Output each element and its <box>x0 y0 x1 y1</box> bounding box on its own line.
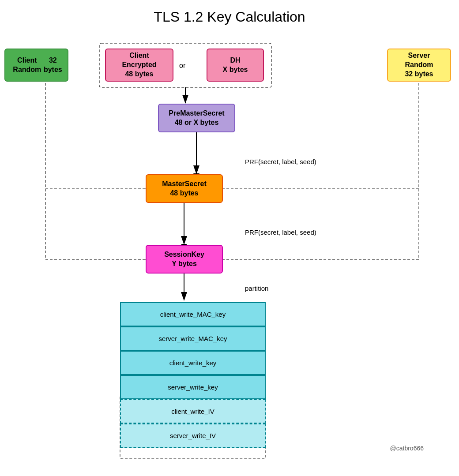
client-encrypted-node: Client Encrypted 48 bytes <box>105 49 173 82</box>
page-title: TLS 1.2 Key Calculation <box>154 9 305 25</box>
watermark: @catbro666 <box>390 445 424 452</box>
server-write-mac-key-block: server_write_MAC_key <box>120 326 266 351</box>
diagram-container: TLS 1.2 Key Calculation <box>0 0 459 476</box>
client-write-key-block: client_write_key <box>120 351 266 375</box>
partition-label: partition <box>245 285 268 292</box>
server-write-key-block: server_write_key <box>120 375 266 399</box>
client-random-node: Client Random 32 bytes <box>4 49 68 82</box>
or-label: or <box>179 62 185 70</box>
server-write-iv-block: server_write_IV <box>120 424 266 448</box>
premaster-secret-node: PreMasterSecret 48 or X bytes <box>158 104 235 132</box>
server-random-node: Server Random 32 bytes <box>387 49 451 82</box>
master-secret-node: MasterSecret 48 bytes <box>146 174 223 203</box>
prf-label-2: PRF(secret, label, seed) <box>245 229 316 236</box>
session-key-node: SessionKey Y bytes <box>146 245 223 274</box>
prf-label-1: PRF(secret, label, seed) <box>245 158 316 165</box>
client-write-iv-block: client_write_IV <box>120 399 266 424</box>
client-write-mac-key-block: client_write_MAC_key <box>120 302 266 326</box>
dh-node: DH X bytes <box>207 49 264 82</box>
